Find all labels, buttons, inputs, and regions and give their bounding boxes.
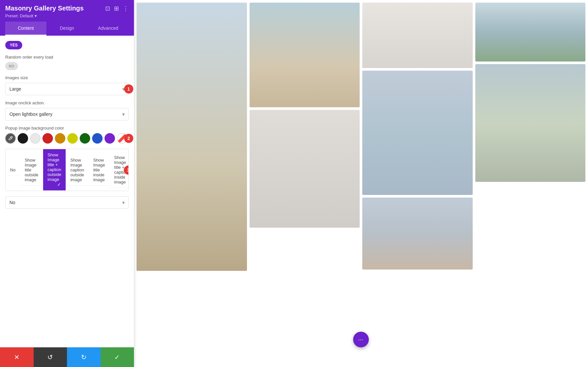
- panel-tabs: Content Design Advanced: [5, 22, 129, 36]
- onclick-select-wrapper: Open lightbox gallery None Open URL ▾: [5, 108, 129, 120]
- dropdown-no[interactable]: No: [6, 164, 20, 176]
- dropdown-title-outside[interactable]: Show Image title outside image: [20, 154, 43, 186]
- redo-icon: ↻: [81, 353, 87, 361]
- swatch-white[interactable]: [30, 133, 41, 144]
- swatch-blue[interactable]: [92, 133, 103, 144]
- settings-panel: Masonry Gallery Settings ⊡ ⊞ ⋮ Preset: D…: [0, 0, 134, 367]
- swatch-black[interactable]: [18, 133, 28, 144]
- panel-header: Masonry Gallery Settings ⊡ ⊞ ⋮ Preset: D…: [0, 0, 134, 36]
- random-order-label: Random order every load: [5, 55, 129, 60]
- gallery-image-sea[interactable]: [362, 71, 473, 195]
- dropdown-caption-outside[interactable]: Show Image caption outside image: [66, 154, 89, 186]
- tab-design[interactable]: Design: [46, 22, 88, 36]
- yes-label: YES: [5, 41, 22, 49]
- panel-title: Masonry Gallery Settings: [5, 5, 84, 12]
- gallery-image-room[interactable]: [362, 3, 473, 68]
- expand-icon[interactable]: ⊡: [105, 5, 110, 12]
- undo-icon: ↺: [47, 353, 53, 361]
- masonry-grid: [134, 0, 588, 367]
- yes-toggle-row: YES: [5, 41, 129, 49]
- panel-footer: ✕ ↺ ↻ ✓: [0, 347, 134, 367]
- fab-button[interactable]: •••: [353, 332, 369, 347]
- onclick-label: Image onclick action.: [5, 100, 129, 105]
- preset-label[interactable]: Preset: Default ▾: [5, 13, 129, 18]
- swatch-yellow[interactable]: [67, 133, 78, 144]
- color-swatches: 2: [5, 133, 129, 144]
- gallery-image-fence[interactable]: [475, 64, 586, 182]
- caption-dropdown-list: No Show Image title outside image Show I…: [5, 149, 129, 191]
- bottom-select-wrapper: No Yes ▾: [5, 196, 129, 209]
- onclick-select[interactable]: Open lightbox gallery None Open URL: [5, 108, 129, 120]
- no-label: NO: [6, 62, 18, 70]
- panel-body: YES Random order every load NO Images si…: [0, 36, 134, 347]
- grid-icon[interactable]: ⊞: [114, 5, 119, 12]
- badge-2: 2: [124, 134, 133, 143]
- dropdown-title-inside[interactable]: Show Image title inside image: [89, 154, 109, 186]
- masonry-col-3: [362, 3, 473, 364]
- swatch-purple[interactable]: [105, 133, 115, 144]
- swatch-green[interactable]: [80, 133, 90, 144]
- redo-button[interactable]: ↻: [67, 347, 101, 367]
- masonry-col-2: [250, 3, 360, 364]
- fab-icon: •••: [359, 338, 363, 341]
- save-icon: ✓: [114, 353, 120, 361]
- more-icon[interactable]: ⋮: [123, 5, 129, 12]
- tab-advanced[interactable]: Advanced: [88, 22, 129, 36]
- cancel-button[interactable]: ✕: [0, 347, 34, 367]
- gallery-image-pier[interactable]: [250, 3, 360, 107]
- swatch-orange[interactable]: [55, 133, 65, 144]
- gallery-area: •••: [134, 0, 588, 367]
- dropdown-title-caption-outside[interactable]: Show Image title + caption outside image: [43, 149, 66, 191]
- images-size-label: Images size: [5, 75, 129, 80]
- gallery-image-sofa[interactable]: [250, 110, 360, 228]
- images-size-select-wrapper: Large Thumbnail Medium Full ▾ 1: [5, 83, 129, 95]
- random-order-row: NO: [5, 62, 129, 70]
- masonry-col-4: [475, 3, 586, 364]
- yes-toggle[interactable]: YES: [5, 41, 22, 49]
- images-size-select[interactable]: Large Thumbnail Medium Full: [5, 83, 129, 95]
- swatch-red[interactable]: [42, 133, 53, 144]
- bottom-select[interactable]: No Yes: [5, 196, 129, 209]
- badge-1: 1: [124, 84, 133, 94]
- header-icons: ⊡ ⊞ ⋮: [105, 5, 129, 12]
- gallery-image-hiker[interactable]: [362, 198, 473, 270]
- masonry-col-1: [137, 3, 247, 364]
- gallery-image-coast[interactable]: [475, 3, 586, 61]
- popup-bg-label: Popup image background color: [5, 126, 129, 131]
- no-toggle[interactable]: NO: [5, 62, 18, 70]
- save-button[interactable]: ✓: [101, 347, 134, 367]
- gallery-image-side[interactable]: [137, 3, 247, 271]
- cancel-icon: ✕: [14, 353, 20, 361]
- eyedropper-swatch[interactable]: [5, 133, 16, 144]
- tab-content[interactable]: Content: [5, 22, 46, 36]
- undo-button[interactable]: ↺: [34, 347, 67, 367]
